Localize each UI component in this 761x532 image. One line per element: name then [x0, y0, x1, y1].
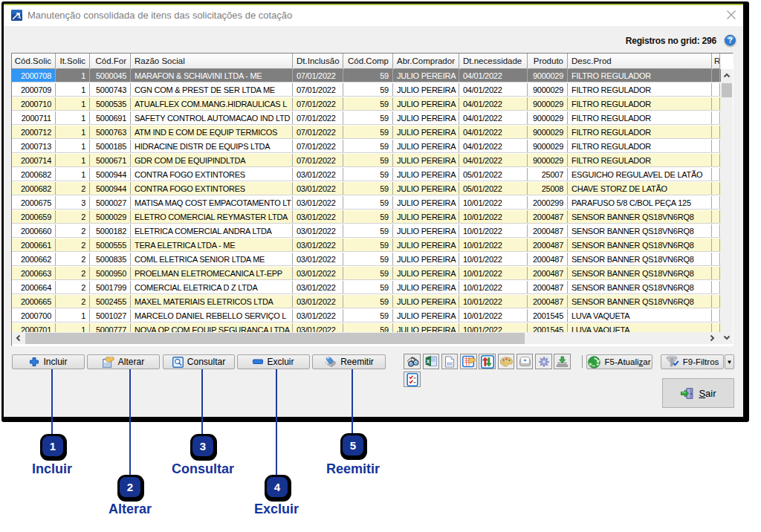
svg-text:X: X: [426, 359, 430, 364]
svg-text:?: ?: [728, 36, 732, 45]
